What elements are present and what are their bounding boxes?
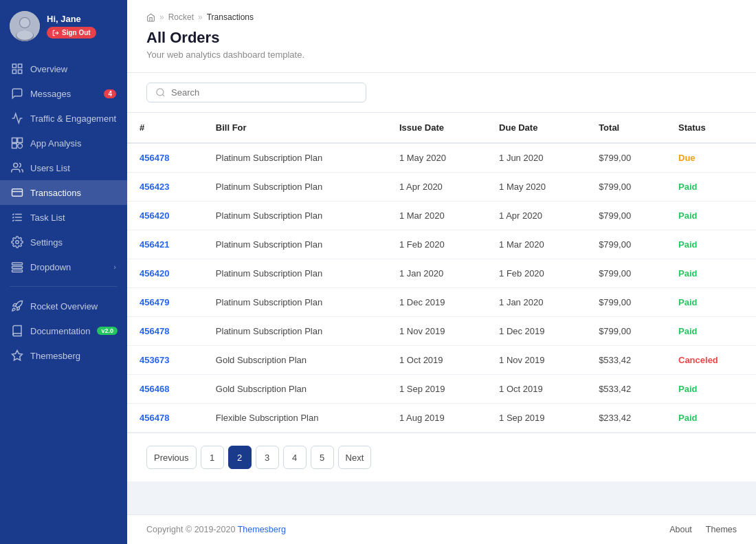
cell-status: Paid bbox=[666, 230, 756, 259]
sidebar: Hi, Jane Sign Out Overview Messages 4 Tr… bbox=[0, 0, 127, 544]
top-section: » Rocket » Transactions All Orders Your … bbox=[127, 0, 756, 73]
table-header-row: # Bill For Issue Date Due Date Total Sta… bbox=[127, 113, 756, 143]
pagination-page-2[interactable]: 2 bbox=[228, 446, 252, 469]
svg-rect-21 bbox=[12, 263, 23, 265]
status-badge: Paid bbox=[678, 239, 697, 250]
cell-id: 456420 bbox=[127, 202, 203, 230]
order-link[interactable]: 456478 bbox=[140, 153, 169, 163]
footer-link-themes[interactable]: Themes bbox=[706, 525, 737, 534]
cell-total: $233,42 bbox=[586, 404, 666, 433]
user-info: Hi, Jane Sign Out bbox=[47, 14, 96, 39]
breadcrumb-sep1: » bbox=[159, 12, 164, 22]
svg-rect-22 bbox=[12, 266, 23, 268]
svg-point-13 bbox=[18, 144, 23, 149]
cell-id: 456478 bbox=[127, 404, 203, 433]
order-link[interactable]: 456423 bbox=[140, 182, 169, 192]
sidebar-item-messages[interactable]: Messages 4 bbox=[0, 81, 127, 106]
cell-issue-date: 1 Nov 2019 bbox=[387, 317, 487, 346]
order-link[interactable]: 456478 bbox=[140, 413, 169, 423]
pagination-page-4[interactable]: 4 bbox=[283, 446, 307, 469]
footer-brand-link[interactable]: Themesberg bbox=[238, 525, 286, 534]
pagination-page-1[interactable]: 1 bbox=[201, 446, 224, 469]
traffic-icon bbox=[11, 112, 23, 124]
messages-badge: 4 bbox=[104, 89, 116, 98]
sidebar-item-settings[interactable]: Settings bbox=[0, 230, 127, 254]
sidebar-item-documentation[interactable]: Documentation v2.0 bbox=[0, 318, 127, 343]
svg-rect-10 bbox=[12, 138, 17, 143]
cell-total: $799,00 bbox=[586, 143, 666, 173]
svg-point-25 bbox=[157, 89, 164, 96]
search-bar-section bbox=[127, 73, 756, 113]
status-badge: Paid bbox=[678, 182, 697, 192]
app-analysis-icon bbox=[11, 137, 23, 149]
cell-total: $799,00 bbox=[586, 317, 666, 346]
cell-id: 456479 bbox=[127, 288, 203, 317]
settings-icon bbox=[11, 236, 23, 248]
pagination-previous[interactable]: Previous bbox=[146, 446, 197, 469]
cell-due-date: 1 Apr 2020 bbox=[487, 202, 586, 230]
svg-rect-9 bbox=[19, 70, 22, 74]
sidebar-item-overview[interactable]: Overview bbox=[0, 56, 127, 81]
order-link[interactable]: 456479 bbox=[140, 297, 169, 307]
cell-status: Paid bbox=[666, 173, 756, 202]
order-link[interactable]: 453673 bbox=[140, 355, 169, 365]
col-header-due-date: Due Date bbox=[487, 113, 586, 143]
sidebar-label-messages: Messages bbox=[30, 89, 71, 99]
order-link[interactable]: 456420 bbox=[140, 210, 169, 221]
footer-copyright: Copyright © 2019-2020 Themesberg bbox=[146, 525, 286, 534]
svg-point-20 bbox=[16, 241, 19, 244]
status-badge: Due bbox=[678, 153, 696, 163]
chevron-right-icon: › bbox=[113, 263, 116, 271]
order-link[interactable]: 456420 bbox=[140, 268, 169, 279]
sidebar-label-settings: Settings bbox=[30, 237, 63, 248]
cell-due-date: 1 Mar 2020 bbox=[487, 230, 586, 259]
sidebar-item-themesberg[interactable]: Themesberg bbox=[0, 343, 127, 368]
sidebar-item-dropdown[interactable]: Dropdown › bbox=[0, 254, 127, 279]
sidebar-item-app-analysis[interactable]: App Analysis bbox=[0, 131, 127, 155]
sidebar-item-traffic[interactable]: Traffic & Engagement bbox=[0, 106, 127, 131]
cell-due-date: 1 Nov 2019 bbox=[487, 346, 586, 375]
svg-marker-24 bbox=[12, 351, 23, 360]
cell-due-date: 1 Jan 2020 bbox=[487, 288, 586, 317]
sidebar-label-documentation: Documentation bbox=[30, 326, 90, 336]
users-icon bbox=[11, 162, 23, 174]
cell-due-date: 1 Feb 2020 bbox=[487, 259, 586, 288]
breadcrumb-rocket[interactable]: Rocket bbox=[168, 12, 194, 22]
pagination-page-5[interactable]: 5 bbox=[311, 446, 334, 469]
search-input[interactable] bbox=[171, 87, 357, 98]
cell-issue-date: 1 Jan 2020 bbox=[387, 259, 487, 288]
sign-out-button[interactable]: Sign Out bbox=[47, 27, 96, 39]
cell-issue-date: 1 Oct 2019 bbox=[387, 346, 487, 375]
documentation-icon bbox=[11, 325, 23, 337]
sidebar-label-themesberg: Themesberg bbox=[30, 351, 80, 361]
sidebar-item-users-list[interactable]: Users List bbox=[0, 155, 127, 180]
cell-issue-date: 1 May 2020 bbox=[387, 143, 487, 173]
order-link[interactable]: 456421 bbox=[140, 239, 169, 250]
order-link[interactable]: 456478 bbox=[140, 326, 169, 336]
sidebar-label-task-list: Task List bbox=[30, 213, 65, 223]
user-greeting: Hi, Jane bbox=[47, 14, 96, 24]
sidebar-item-rocket-overview[interactable]: Rocket Overview bbox=[0, 294, 127, 318]
pagination-next[interactable]: Next bbox=[338, 446, 372, 469]
order-link[interactable]: 456468 bbox=[140, 384, 169, 394]
pagination-page-3[interactable]: 3 bbox=[256, 446, 279, 469]
cell-id: 456468 bbox=[127, 375, 203, 404]
status-badge: Paid bbox=[678, 297, 697, 307]
cell-issue-date: 1 Sep 2019 bbox=[387, 375, 487, 404]
svg-rect-11 bbox=[18, 138, 23, 143]
cell-id: 456478 bbox=[127, 317, 203, 346]
sidebar-item-task-list[interactable]: Task List bbox=[0, 205, 127, 230]
chart-overview-icon bbox=[11, 63, 23, 75]
footer: Copyright © 2019-2020 Themesberg About T… bbox=[127, 514, 756, 544]
cell-due-date: 1 Jun 2020 bbox=[487, 143, 586, 173]
cell-bill-for: Platinum Subscription Plan bbox=[203, 143, 387, 173]
sign-out-icon bbox=[52, 30, 59, 36]
sidebar-item-transactions[interactable]: Transactions bbox=[0, 180, 127, 205]
table-body: 456478 Platinum Subscription Plan 1 May … bbox=[127, 143, 756, 433]
footer-link-about[interactable]: About bbox=[669, 525, 692, 534]
cell-due-date: 1 Dec 2019 bbox=[487, 317, 586, 346]
status-badge: Canceled bbox=[678, 355, 718, 365]
table-section: # Bill For Issue Date Due Date Total Sta… bbox=[127, 113, 756, 433]
messages-icon bbox=[11, 87, 23, 100]
svg-line-26 bbox=[162, 94, 164, 96]
